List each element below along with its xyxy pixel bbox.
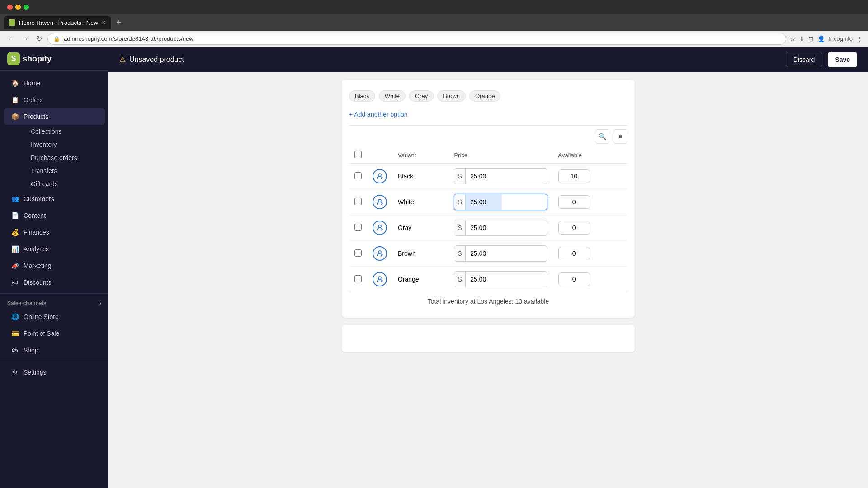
color-chip-white[interactable]: White: [379, 90, 406, 102]
sidebar-item-marketing[interactable]: 📣 Marketing: [4, 258, 105, 274]
window-close-btn[interactable]: [7, 5, 13, 10]
svg-point-1: [378, 199, 381, 202]
tab-title: Home Haven · Products · New: [19, 19, 98, 26]
sidebar-item-purchase-orders[interactable]: Purchase orders: [24, 151, 105, 164]
sidebar-item-inventory[interactable]: Inventory: [24, 138, 105, 151]
sidebar-item-gift-cards[interactable]: Gift cards: [24, 178, 105, 190]
sidebar-item-orders[interactable]: 📋 Orders: [4, 92, 105, 108]
row-checkbox-brown[interactable]: [354, 249, 362, 257]
color-chip-gray[interactable]: Gray: [409, 90, 434, 102]
table-footer: Total inventory at Los Angeles: 10 avail…: [349, 292, 627, 310]
price-column-header: Price: [448, 147, 552, 164]
variant-name-gray: Gray: [392, 215, 448, 241]
sidebar-item-analytics[interactable]: 📊 Analytics: [4, 241, 105, 257]
svg-point-0: [378, 174, 381, 176]
sidebar-item-transfers[interactable]: Transfers: [24, 164, 105, 177]
filter-toolbar-button[interactable]: ≡: [613, 129, 627, 144]
topbar-actions: Discard Save: [786, 52, 857, 67]
variant-name-white: White: [392, 189, 448, 215]
refresh-button[interactable]: ↻: [34, 33, 44, 45]
price-input-black[interactable]: [466, 169, 502, 184]
save-button[interactable]: Save: [828, 52, 857, 67]
extensions-icon[interactable]: ⊞: [808, 35, 814, 42]
logo-icon: S: [7, 52, 20, 65]
sidebar-item-point-of-sale[interactable]: 💳 Point of Sale: [4, 325, 105, 342]
products-submenu: Collections Inventory Purchase orders Tr…: [0, 125, 108, 190]
tab-close-icon[interactable]: ✕: [102, 20, 106, 26]
sales-channels-header[interactable]: Sales channels ›: [0, 296, 108, 308]
add-another-option-button[interactable]: + Add another option: [349, 109, 627, 125]
sidebar-item-content[interactable]: 📄 Content: [4, 207, 105, 224]
add-option-label: + Add another option: [349, 111, 408, 118]
available-input-orange[interactable]: [558, 272, 590, 286]
back-button[interactable]: ←: [5, 33, 16, 45]
table-toolbar: 🔍 ≡: [349, 125, 627, 147]
price-wrapper-black: $: [454, 168, 547, 184]
price-input-brown[interactable]: [466, 246, 502, 261]
sidebar-label-discounts: Discounts: [24, 279, 51, 286]
topbar-title-area: ⚠ Unsaved product: [119, 55, 184, 64]
sidebar-item-settings[interactable]: ⚙ Settings: [4, 364, 105, 380]
search-icon: 🔍: [599, 133, 606, 140]
sidebar: S shopify 🏠 Home 📋 Orders 📦 Products Co: [0, 47, 108, 488]
sidebar-item-shop[interactable]: 🛍 Shop: [4, 342, 105, 358]
available-input-gray[interactable]: [558, 221, 590, 235]
price-prefix-orange: $: [454, 272, 466, 287]
available-input-white[interactable]: [558, 195, 590, 209]
shop-icon: 🛍: [11, 346, 19, 354]
sidebar-item-home[interactable]: 🏠 Home: [4, 75, 105, 91]
sidebar-header: S shopify: [0, 47, 108, 71]
window-maximize-btn[interactable]: [24, 5, 29, 10]
variant-icon-brown: [373, 246, 387, 261]
variant-column-header: Variant: [392, 147, 448, 164]
profile-button[interactable]: 👤: [817, 35, 825, 42]
color-chip-black[interactable]: Black: [349, 90, 375, 102]
available-input-black[interactable]: [558, 169, 590, 183]
variants-card: Black White Gray Brown Orange + Add anot…: [342, 80, 635, 318]
discard-button[interactable]: Discard: [786, 52, 822, 67]
price-wrapper-brown: $: [454, 245, 547, 262]
incognito-label: Incognito: [829, 35, 853, 42]
discounts-icon: 🏷: [11, 278, 19, 286]
sales-channels-chevron: ›: [99, 300, 101, 306]
price-input-white[interactable]: [466, 194, 502, 210]
sidebar-label-content: Content: [24, 212, 46, 219]
sidebar-item-products[interactable]: 📦 Products: [4, 108, 105, 125]
window-minimize-btn[interactable]: [15, 5, 21, 10]
address-bar[interactable]: 🔒 admin.shopify.com/store/de8143-a6/prod…: [47, 33, 786, 45]
sidebar-item-finances[interactable]: 💰 Finances: [4, 224, 105, 240]
download-icon[interactable]: ⬇: [799, 35, 805, 42]
new-tab-button[interactable]: +: [113, 18, 125, 28]
price-prefix-gray: $: [454, 220, 466, 235]
content-icon: 📄: [11, 211, 19, 220]
sidebar-label-finances: Finances: [24, 229, 49, 236]
forward-button[interactable]: →: [20, 33, 31, 45]
price-input-gray[interactable]: [466, 220, 502, 235]
variant-icon-orange: [373, 272, 387, 286]
menu-icon[interactable]: ⋮: [856, 35, 863, 42]
price-prefix-white: $: [454, 194, 466, 210]
color-chip-orange[interactable]: Orange: [469, 90, 500, 102]
sidebar-item-collections[interactable]: Collections: [24, 125, 105, 138]
shopify-logo: S shopify: [7, 52, 52, 65]
table-row: White $: [349, 189, 627, 215]
sidebar-item-online-store[interactable]: 🌐 Online Store: [4, 309, 105, 325]
row-checkbox-gray[interactable]: [354, 224, 362, 231]
sidebar-label-pos: Point of Sale: [24, 330, 59, 337]
table-row: Brown $: [349, 241, 627, 267]
row-checkbox-orange[interactable]: [354, 275, 362, 282]
sidebar-label-settings: Settings: [24, 369, 47, 376]
sidebar-item-customers[interactable]: 👥 Customers: [4, 191, 105, 207]
price-input-orange[interactable]: [466, 272, 502, 287]
available-input-brown[interactable]: [558, 247, 590, 260]
search-toolbar-button[interactable]: 🔍: [595, 129, 609, 144]
row-checkbox-white[interactable]: [354, 198, 362, 205]
finances-icon: 💰: [11, 228, 19, 236]
bookmark-icon[interactable]: ☆: [790, 35, 796, 42]
active-browser-tab[interactable]: Home Haven · Products · New ✕: [4, 16, 111, 29]
sidebar-item-discounts[interactable]: 🏷 Discounts: [4, 274, 105, 291]
row-checkbox-black[interactable]: [354, 172, 362, 179]
available-column-header: Available: [553, 147, 627, 164]
color-chip-brown[interactable]: Brown: [437, 90, 466, 102]
select-all-checkbox[interactable]: [354, 151, 362, 158]
